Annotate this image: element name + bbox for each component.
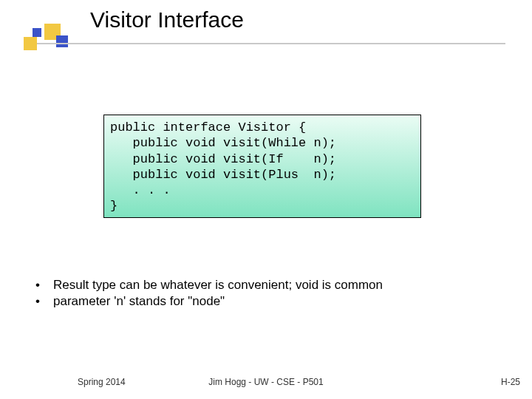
bullet-list: • Result type can be whatever is conveni… xyxy=(35,277,383,310)
footer-center: Jim Hogg - UW - CSE - P501 xyxy=(0,377,532,387)
code-line: public interface Visitor { xyxy=(110,120,306,134)
bullet-text: parameter 'n' stands for "node" xyxy=(53,293,225,310)
code-content: public interface Visitor { public void v… xyxy=(110,120,415,214)
code-line: public void visit(While n); xyxy=(110,136,336,150)
code-box: public interface Visitor { public void v… xyxy=(103,115,421,218)
code-line: . . . xyxy=(110,183,171,197)
bullet-item: • parameter 'n' stands for "node" xyxy=(35,293,383,310)
bullet-dot-icon: • xyxy=(35,293,53,310)
code-line: public void visit(Plus n); xyxy=(110,168,336,182)
bullet-text: Result type can be whatever is convenien… xyxy=(53,277,383,293)
bullet-dot-icon: • xyxy=(35,277,53,293)
code-line: public void visit(If n); xyxy=(110,152,336,166)
accent-square-blue xyxy=(56,35,68,47)
accent-square-blue-2 xyxy=(33,28,41,37)
accent-square-yellow-2 xyxy=(24,37,37,50)
slide: Visitor Interface public interface Visit… xyxy=(0,0,532,399)
footer-right: H-25 xyxy=(501,377,520,387)
title-region: Visitor Interface xyxy=(0,6,532,50)
bullet-item: • Result type can be whatever is conveni… xyxy=(35,277,383,293)
title-underline xyxy=(33,43,505,44)
code-line: } xyxy=(110,199,117,213)
slide-title: Visitor Interface xyxy=(90,7,244,33)
